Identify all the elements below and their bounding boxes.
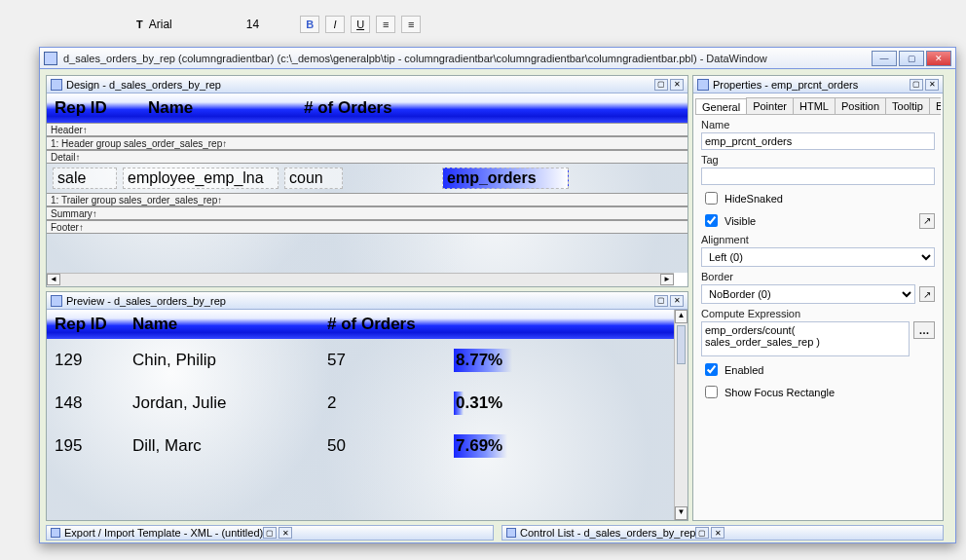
preview-column-header: Rep ID Name # of Orders	[47, 310, 674, 339]
field-count[interactable]: coun	[284, 168, 343, 189]
italic-button[interactable]: I	[325, 16, 345, 33]
export-panel-titlebar[interactable]: Export / Import Template - XML - (untitl…	[46, 525, 494, 541]
props-max-button[interactable]: ▢	[910, 79, 923, 91]
export-max-button[interactable]: ▢	[263, 527, 277, 539]
font-size[interactable]: 14	[246, 18, 259, 31]
control-max-button[interactable]: ▢	[695, 527, 709, 539]
bold-button[interactable]: B	[300, 16, 319, 33]
font-icon: T	[136, 19, 143, 30]
design-close-button[interactable]: ✕	[670, 79, 684, 91]
compute-label: Compute Expression	[701, 308, 935, 319]
field-emp-orders[interactable]: emp_orders	[442, 168, 569, 189]
name-label: Name	[701, 119, 935, 131]
design-column-header[interactable]: Rep ID Name # of Orders	[47, 93, 687, 123]
visible-expr-button[interactable]: ↗	[919, 213, 935, 229]
preview-close-button[interactable]: ✕	[670, 295, 684, 307]
visible-label: Visible	[724, 215, 756, 227]
pcol-orders: # of Orders	[327, 315, 522, 334]
field-emp-lname[interactable]: employee_emp_lna	[123, 168, 279, 189]
export-panel-title: Export / Import Template - XML - (untitl…	[64, 527, 263, 539]
table-row[interactable]: 148Jordan, Julie20.31%	[47, 382, 674, 425]
compute-field[interactable]: emp_orders/count( sales_order_sales_rep …	[701, 321, 910, 356]
underline-button[interactable]: U	[351, 16, 370, 33]
tag-field[interactable]	[701, 168, 935, 185]
close-button[interactable]: ✕	[926, 51, 951, 66]
scroll-down-icon[interactable]: ▼	[675, 506, 687, 520]
visible-checkbox[interactable]	[705, 214, 718, 227]
export-panel-icon	[51, 528, 60, 538]
window-titlebar[interactable]: d_sales_orders_by_rep (columngradientbar…	[40, 48, 955, 69]
tab-pointer[interactable]: Pointer	[746, 97, 794, 114]
hidesnaked-checkbox[interactable]	[705, 192, 718, 205]
design-panel-title: Design - d_sales_orders_by_rep	[66, 79, 654, 91]
preview-panel: Preview - d_sales_orders_by_rep ▢ ✕ Rep …	[46, 291, 688, 521]
properties-panel-titlebar[interactable]: Properties - emp_prcnt_orders ▢ ✕	[693, 76, 943, 93]
props-close-button[interactable]: ✕	[925, 79, 939, 91]
tab-html[interactable]: HTML	[793, 97, 836, 114]
top-toolbar: T Arial 14 B I U ≡ ≡	[136, 15, 721, 34]
export-close-button[interactable]: ✕	[279, 527, 292, 539]
showfocus-checkbox[interactable]	[705, 386, 718, 398]
cell-pct: 0.31%	[454, 392, 571, 415]
cell-pct: 8.77%	[454, 349, 571, 372]
tab-general[interactable]: General	[695, 98, 747, 115]
border-expr-button[interactable]: ↗	[919, 286, 935, 302]
band-header[interactable]: Header↑	[47, 123, 687, 136]
control-close-button[interactable]: ✕	[711, 527, 724, 539]
properties-panel: Properties - emp_prcnt_orders ▢ ✕ Genera…	[692, 75, 944, 521]
preview-vscrollbar[interactable]: ▲ ▼	[674, 310, 687, 520]
border-select[interactable]: NoBorder (0)	[701, 284, 915, 304]
window-title: d_sales_orders_by_rep (columngradientbar…	[63, 53, 872, 64]
band-detail[interactable]: Detail↑	[47, 150, 687, 164]
scroll-thumb[interactable]	[677, 325, 686, 364]
scroll-left-icon[interactable]: ◄	[47, 274, 60, 285]
cell-orders: 2	[327, 393, 454, 413]
tab-tooltip[interactable]: Tooltip	[885, 97, 930, 114]
preview-max-button[interactable]: ▢	[654, 295, 668, 307]
compute-ellipsis-button[interactable]: …	[913, 321, 935, 339]
tab-position[interactable]: Position	[835, 97, 886, 114]
left-dock-sliver	[0, 47, 33, 339]
col-name[interactable]: Name	[148, 98, 304, 118]
alignment-select[interactable]: Left (0)	[701, 247, 935, 267]
name-field[interactable]	[701, 132, 935, 150]
export-panel: Export / Import Template - XML - (untitl…	[46, 525, 494, 541]
band-group-header[interactable]: 1: Header group sales_order_sales_rep↑	[47, 136, 687, 150]
band-footer[interactable]: Footer↑	[47, 220, 687, 234]
col-orders[interactable]: # of Orders	[304, 98, 499, 118]
table-row[interactable]: 195Dill, Marc507.69%	[47, 425, 674, 467]
cell-rep-id: 129	[55, 351, 132, 370]
band-group-trailer[interactable]: 1: Trailer group sales_order_sales_rep↑	[47, 193, 687, 206]
preview-surface[interactable]: Rep ID Name # of Orders 129Chin, Philip5…	[47, 310, 674, 520]
alignment-label: Alignment	[701, 234, 935, 245]
design-surface[interactable]: Rep ID Name # of Orders Header↑ 1: Heade…	[47, 93, 687, 273]
maximize-button[interactable]: ▢	[899, 51, 924, 66]
design-max-button[interactable]: ▢	[654, 79, 668, 91]
scroll-up-icon[interactable]: ▲	[675, 310, 687, 323]
band-summary[interactable]: Summary↑	[47, 206, 687, 220]
col-rep-id[interactable]: Rep ID	[55, 98, 125, 118]
preview-panel-title: Preview - d_sales_orders_by_rep	[66, 295, 654, 307]
field-sale[interactable]: sale	[53, 168, 117, 189]
table-row[interactable]: 129Chin, Philip578.77%	[47, 339, 674, 382]
pct-text: 8.77%	[456, 351, 502, 370]
design-panel: Design - d_sales_orders_by_rep ▢ ✕ Rep I…	[46, 75, 688, 287]
design-panel-titlebar[interactable]: Design - d_sales_orders_by_rep ▢ ✕	[47, 76, 687, 93]
pcol-rep-id: Rep ID	[55, 315, 132, 334]
preview-panel-titlebar[interactable]: Preview - d_sales_orders_by_rep ▢ ✕	[47, 292, 687, 310]
design-hscrollbar[interactable]: ◄ ►	[47, 273, 674, 286]
properties-tabs: General Pointer HTML Position Tooltip Ba…	[695, 95, 941, 115]
pct-text: 0.31%	[456, 393, 502, 413]
detail-row[interactable]: sale employee_emp_lna coun emp_orders	[47, 164, 687, 193]
cell-rep-id: 148	[55, 393, 132, 413]
control-list-titlebar[interactable]: Control List - d_sales_orders_by_rep ▢ ✕	[502, 525, 944, 541]
align-center-button[interactable]: ≡	[401, 16, 421, 33]
control-list-panel: Control List - d_sales_orders_by_rep ▢ ✕	[502, 525, 944, 541]
tab-background[interactable]: Ba	[929, 97, 941, 114]
minimize-button[interactable]: —	[872, 51, 897, 66]
control-list-icon	[506, 528, 516, 538]
font-name[interactable]: Arial	[149, 18, 172, 31]
align-left-button[interactable]: ≡	[376, 16, 395, 33]
enabled-checkbox[interactable]	[705, 363, 718, 376]
scroll-right-icon[interactable]: ►	[660, 274, 674, 285]
